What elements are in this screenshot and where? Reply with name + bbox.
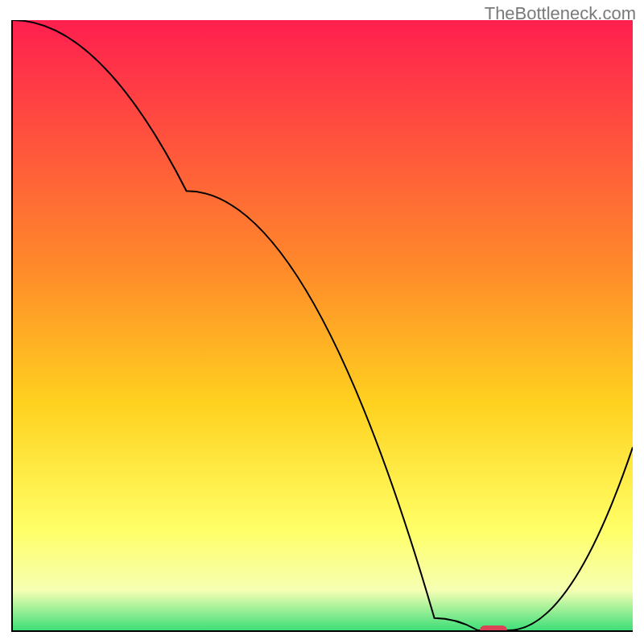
optimum-marker	[480, 625, 507, 632]
bottleneck-curve	[13, 20, 633, 630]
chart-frame: TheBottleneck.com	[0, 0, 644, 644]
plot-area	[11, 20, 633, 632]
